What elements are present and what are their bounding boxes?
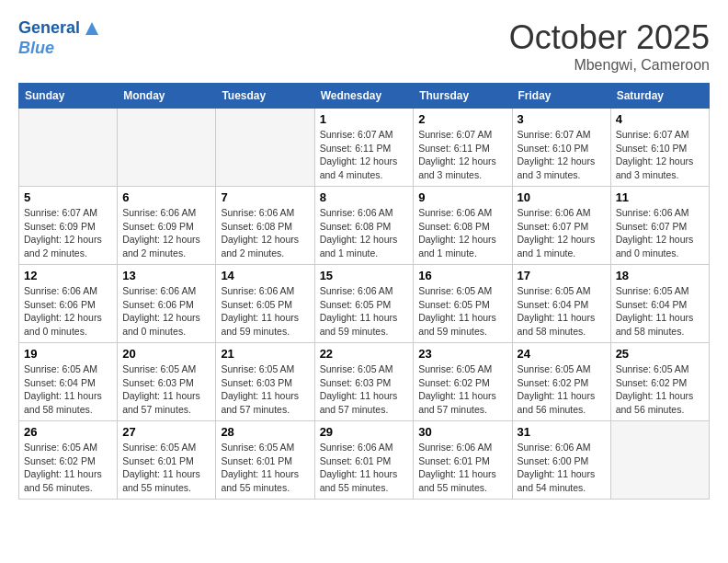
day-info: Sunrise: 6:05 AM Sunset: 6:01 PM Dayligh… <box>122 441 210 495</box>
day-number: 6 <box>122 190 210 204</box>
weekday-header-wednesday: Wednesday <box>314 84 414 109</box>
day-number: 3 <box>518 112 606 126</box>
calendar-cell: 30Sunrise: 6:06 AM Sunset: 6:01 PM Dayli… <box>414 421 512 500</box>
calendar-cell: 3Sunrise: 6:07 AM Sunset: 6:10 PM Daylig… <box>512 109 610 187</box>
day-number: 17 <box>518 269 606 282</box>
logo-text-general: General <box>18 18 80 39</box>
day-info: Sunrise: 6:06 AM Sunset: 6:08 PM Dayligh… <box>320 206 409 260</box>
day-number: 24 <box>518 347 606 361</box>
calendar-cell: 20Sunrise: 6:05 AM Sunset: 6:03 PM Dayli… <box>118 343 216 421</box>
day-number: 20 <box>122 347 210 361</box>
day-number: 2 <box>418 112 506 126</box>
day-number: 23 <box>418 347 506 361</box>
calendar-cell: 28Sunrise: 6:05 AM Sunset: 6:01 PM Dayli… <box>216 421 314 500</box>
calendar-cell: 6Sunrise: 6:06 AM Sunset: 6:09 PM Daylig… <box>118 187 216 265</box>
day-info: Sunrise: 6:07 AM Sunset: 6:10 PM Dayligh… <box>616 128 704 182</box>
day-info: Sunrise: 6:05 AM Sunset: 6:03 PM Dayligh… <box>221 362 309 417</box>
day-number: 21 <box>221 347 309 361</box>
calendar-cell: 16Sunrise: 6:05 AM Sunset: 6:05 PM Dayli… <box>414 265 512 343</box>
day-number: 8 <box>320 190 409 204</box>
weekday-header-friday: Friday <box>512 84 610 109</box>
calendar-cell: 31Sunrise: 6:06 AM Sunset: 6:00 PM Dayli… <box>512 421 610 500</box>
calendar-cell: 1Sunrise: 6:07 AM Sunset: 6:11 PM Daylig… <box>314 109 414 187</box>
calendar-cell: 9Sunrise: 6:06 AM Sunset: 6:08 PM Daylig… <box>414 187 512 265</box>
day-number: 19 <box>24 347 112 361</box>
svg-marker-0 <box>85 22 98 35</box>
calendar-cell: 29Sunrise: 6:06 AM Sunset: 6:01 PM Dayli… <box>314 421 414 500</box>
calendar-cell: 13Sunrise: 6:06 AM Sunset: 6:06 PM Dayli… <box>118 265 216 343</box>
day-info: Sunrise: 6:05 AM Sunset: 6:05 PM Dayligh… <box>418 284 506 339</box>
calendar-cell: 23Sunrise: 6:05 AM Sunset: 6:02 PM Dayli… <box>414 343 512 421</box>
logo-text-blue: Blue <box>18 39 54 59</box>
month-title: October 2025 <box>509 18 710 57</box>
week-row-2: 12Sunrise: 6:06 AM Sunset: 6:06 PM Dayli… <box>19 265 710 343</box>
day-info: Sunrise: 6:05 AM Sunset: 6:03 PM Dayligh… <box>320 362 409 417</box>
day-number: 4 <box>616 112 704 126</box>
calendar-cell: 15Sunrise: 6:06 AM Sunset: 6:05 PM Dayli… <box>314 265 414 343</box>
logo-icon <box>82 18 102 39</box>
calendar-table: SundayMondayTuesdayWednesdayThursdayFrid… <box>18 83 710 500</box>
calendar-cell: 26Sunrise: 6:05 AM Sunset: 6:02 PM Dayli… <box>19 421 118 500</box>
day-number: 13 <box>122 269 210 282</box>
location: Mbengwi, Cameroon <box>509 57 710 74</box>
day-info: Sunrise: 6:07 AM Sunset: 6:11 PM Dayligh… <box>418 128 506 182</box>
day-info: Sunrise: 6:05 AM Sunset: 6:01 PM Dayligh… <box>221 441 309 495</box>
day-number: 18 <box>616 269 704 282</box>
logo: General Blue <box>18 18 102 59</box>
day-info: Sunrise: 6:07 AM Sunset: 6:11 PM Dayligh… <box>320 128 409 182</box>
day-info: Sunrise: 6:05 AM Sunset: 6:04 PM Dayligh… <box>24 362 112 417</box>
week-row-3: 19Sunrise: 6:05 AM Sunset: 6:04 PM Dayli… <box>19 343 710 421</box>
day-info: Sunrise: 6:05 AM Sunset: 6:02 PM Dayligh… <box>616 362 704 417</box>
day-info: Sunrise: 6:06 AM Sunset: 6:09 PM Dayligh… <box>122 206 210 260</box>
day-info: Sunrise: 6:05 AM Sunset: 6:02 PM Dayligh… <box>518 362 606 417</box>
calendar-cell: 7Sunrise: 6:06 AM Sunset: 6:08 PM Daylig… <box>216 187 314 265</box>
day-number: 11 <box>616 190 704 204</box>
day-info: Sunrise: 6:06 AM Sunset: 6:05 PM Dayligh… <box>221 284 309 339</box>
calendar-cell: 8Sunrise: 6:06 AM Sunset: 6:08 PM Daylig… <box>314 187 414 265</box>
calendar-cell: 22Sunrise: 6:05 AM Sunset: 6:03 PM Dayli… <box>314 343 414 421</box>
calendar-cell <box>216 109 314 187</box>
day-info: Sunrise: 6:06 AM Sunset: 6:07 PM Dayligh… <box>616 206 704 260</box>
day-number: 31 <box>518 425 606 439</box>
week-row-4: 26Sunrise: 6:05 AM Sunset: 6:02 PM Dayli… <box>19 421 710 500</box>
weekday-header-saturday: Saturday <box>610 84 709 109</box>
weekday-header-sunday: Sunday <box>19 84 118 109</box>
day-info: Sunrise: 6:05 AM Sunset: 6:04 PM Dayligh… <box>616 284 704 339</box>
week-row-0: 1Sunrise: 6:07 AM Sunset: 6:11 PM Daylig… <box>19 109 710 187</box>
calendar-cell: 11Sunrise: 6:06 AM Sunset: 6:07 PM Dayli… <box>610 187 709 265</box>
week-row-1: 5Sunrise: 6:07 AM Sunset: 6:09 PM Daylig… <box>19 187 710 265</box>
day-info: Sunrise: 6:06 AM Sunset: 6:01 PM Dayligh… <box>320 441 409 495</box>
day-info: Sunrise: 6:06 AM Sunset: 6:06 PM Dayligh… <box>122 284 210 339</box>
calendar-cell: 5Sunrise: 6:07 AM Sunset: 6:09 PM Daylig… <box>19 187 118 265</box>
day-info: Sunrise: 6:06 AM Sunset: 6:00 PM Dayligh… <box>518 441 606 495</box>
day-number: 10 <box>518 190 606 204</box>
day-number: 22 <box>320 347 409 361</box>
calendar-cell: 4Sunrise: 6:07 AM Sunset: 6:10 PM Daylig… <box>610 109 709 187</box>
day-number: 5 <box>24 190 112 204</box>
title-block: October 2025 Mbengwi, Cameroon <box>509 18 710 74</box>
calendar-cell <box>19 109 118 187</box>
day-number: 28 <box>221 425 309 439</box>
day-number: 30 <box>418 425 506 439</box>
day-info: Sunrise: 6:06 AM Sunset: 6:07 PM Dayligh… <box>518 206 606 260</box>
day-number: 25 <box>616 347 704 361</box>
day-info: Sunrise: 6:05 AM Sunset: 6:03 PM Dayligh… <box>122 362 210 417</box>
weekday-header-thursday: Thursday <box>414 84 512 109</box>
calendar-cell: 21Sunrise: 6:05 AM Sunset: 6:03 PM Dayli… <box>216 343 314 421</box>
day-info: Sunrise: 6:06 AM Sunset: 6:08 PM Dayligh… <box>221 206 309 260</box>
day-number: 1 <box>320 112 409 126</box>
page-header: General Blue October 2025 Mbengwi, Camer… <box>18 18 710 74</box>
calendar-cell <box>118 109 216 187</box>
calendar-cell: 19Sunrise: 6:05 AM Sunset: 6:04 PM Dayli… <box>19 343 118 421</box>
day-number: 15 <box>320 269 409 282</box>
day-info: Sunrise: 6:05 AM Sunset: 6:02 PM Dayligh… <box>418 362 506 417</box>
weekday-header-monday: Monday <box>118 84 216 109</box>
calendar-header-row: SundayMondayTuesdayWednesdayThursdayFrid… <box>19 84 710 109</box>
day-info: Sunrise: 6:05 AM Sunset: 6:02 PM Dayligh… <box>24 441 112 495</box>
day-info: Sunrise: 6:05 AM Sunset: 6:04 PM Dayligh… <box>518 284 606 339</box>
calendar-cell: 27Sunrise: 6:05 AM Sunset: 6:01 PM Dayli… <box>118 421 216 500</box>
day-number: 12 <box>24 269 112 282</box>
calendar-cell: 2Sunrise: 6:07 AM Sunset: 6:11 PM Daylig… <box>414 109 512 187</box>
calendar-cell: 12Sunrise: 6:06 AM Sunset: 6:06 PM Dayli… <box>19 265 118 343</box>
day-number: 16 <box>418 269 506 282</box>
